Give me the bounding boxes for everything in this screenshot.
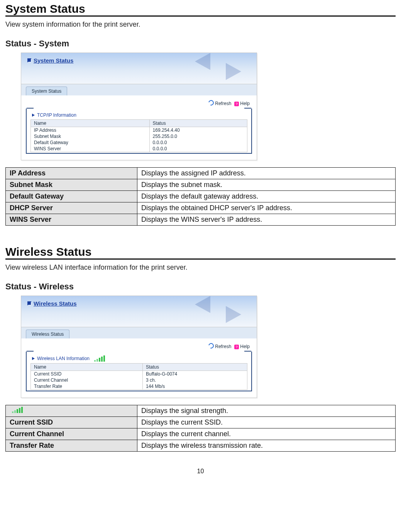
table-row: DHCP ServerDisplays the obtained DHCP se… [6,202,396,214]
system-panel-title: System Status [27,57,73,64]
table-row: Current SSIDDisplays the current SSID. [6,417,396,428]
group-title-text: Wireless LAN Information [37,356,90,361]
help-button[interactable]: Help [234,101,250,106]
group-title-text: TCP/IP Information [37,112,76,118]
section-lead: View system information for the print se… [5,20,396,29]
column-header: Name [31,364,143,371]
table-row: Subnet MaskDisplays the subnet mask. [6,179,396,191]
desc-label: DHCP Server [6,202,137,214]
row-value: 169.254.4.40 [149,127,247,134]
signal-strength-icon [94,355,105,362]
wireless-screenshot-panel: Wireless StatusWireless StatusRefreshHel… [21,296,257,398]
panel-title-text: System Status [34,57,73,64]
row-name: Current SSID [31,371,143,377]
table-row: Default GatewayDisplays the default gate… [6,191,396,202]
table-row: Transfer RateDisplays the wireless trans… [6,440,396,452]
help-button[interactable]: Help [234,344,250,349]
desc-label: Current SSID [6,417,137,428]
signal-strength-icon [12,407,23,413]
desc-label [6,405,137,417]
desc-text: Displays the current SSID. [137,417,396,428]
row-value: Buffalo-G-0074 [143,371,247,377]
desc-label: Transfer Rate [6,440,137,452]
table-row: Default Gateway0.0.0.0 [31,139,247,146]
wireless-group-title: Wireless LAN Information [32,355,247,362]
subsection-heading: Status - System [5,39,396,49]
section-heading: System Status [5,0,396,17]
row-name: Subnet Mask [31,133,150,139]
desc-text: Displays the WINS server's IP address. [137,214,396,226]
table-row: Displays the signal strength. [6,405,396,417]
refresh-button[interactable]: Refresh [208,344,231,349]
menu-marker-icon [32,114,35,117]
panel-title-text: Wireless Status [34,300,77,307]
section-system: System StatusView system information for… [5,0,396,226]
column-header: Status [143,364,247,371]
desc-text: Displays the obtained DHCP server's IP a… [137,202,396,214]
header-arrows-icon [195,296,241,323]
wireless-panel-title: Wireless Status [27,300,77,307]
desc-label: IP Address [6,168,137,179]
row-name: Default Gateway [31,139,150,146]
title-square-icon [27,301,31,305]
row-value: 3 ch. [143,377,247,383]
title-square-icon [27,58,31,62]
desc-text: Displays the signal strength. [137,405,396,417]
desc-label: WINS Server [6,214,137,226]
wireless-description-table: Displays the signal strength.Current SSI… [5,405,396,452]
section-lead: View wireless LAN interface information … [5,263,396,272]
system-info-table: NameStatusIP Address169.254.4.40Subnet M… [30,119,247,152]
row-value: 144 Mb/s [143,383,247,390]
desc-text: Displays the default gateway address. [137,191,396,202]
desc-text: Displays the current channel. [137,428,396,440]
menu-marker-icon [32,357,35,360]
system-group-title: TCP/IP Information [32,112,247,118]
tab-wireless[interactable]: Wireless Status [26,330,69,338]
column-header: Status [149,120,247,127]
desc-label: Subnet Mask [6,179,137,191]
table-row: IP Address169.254.4.40 [31,127,247,134]
desc-label: Default Gateway [6,191,137,202]
table-row: IP AddressDisplays the assigned IP addre… [6,168,396,179]
row-value: 0.0.0.0 [149,146,247,152]
section-wireless: Wireless StatusView wireless LAN interfa… [5,243,396,452]
row-name: WINS Server [31,146,150,152]
subsection-heading: Status - Wireless [5,282,396,292]
desc-text: Displays the assigned IP address. [137,168,396,179]
table-row: Current Channel3 ch. [31,377,247,383]
desc-label: Current Channel [6,428,137,440]
system-description-table: IP AddressDisplays the assigned IP addre… [5,167,396,226]
row-value: 0.0.0.0 [149,139,247,146]
row-value: 255.255.0.0 [149,133,247,139]
tab-system[interactable]: System Status [26,87,67,95]
desc-text: Displays the wireless transmission rate. [137,440,396,452]
page-number: 10 [5,468,396,475]
system-screenshot-panel: System StatusSystem StatusRefreshHelpTCP… [21,53,257,160]
row-name: IP Address [31,127,150,134]
table-row: WINS Server0.0.0.0 [31,146,247,152]
table-row: Current SSIDBuffalo-G-0074 [31,371,247,377]
refresh-button[interactable]: Refresh [208,101,231,106]
table-row: Subnet Mask255.255.0.0 [31,133,247,139]
table-row: Current ChannelDisplays the current chan… [6,428,396,440]
column-header: Name [31,120,150,127]
row-name: Transfer Rate [31,383,143,390]
row-name: Current Channel [31,377,143,383]
table-row: Transfer Rate144 Mb/s [31,383,247,390]
header-arrows-icon [195,53,241,80]
desc-text: Displays the subnet mask. [137,179,396,191]
wireless-info-table: NameStatusCurrent SSIDBuffalo-G-0074Curr… [30,363,247,390]
table-row: WINS ServerDisplays the WINS server's IP… [6,214,396,226]
section-heading: Wireless Status [5,243,396,260]
